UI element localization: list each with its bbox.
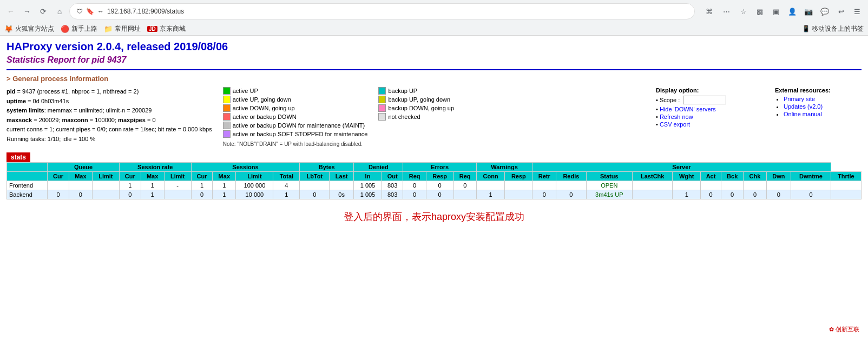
fe-queue-cur	[48, 181, 69, 190]
security-icon: 🛡	[76, 8, 83, 15]
hide-down-anchor[interactable]: Hide 'DOWN' servers	[660, 106, 716, 112]
be-lastchk	[633, 190, 673, 199]
updates-anchor[interactable]: Updates (v2.0)	[784, 103, 823, 110]
be-last: 0s	[330, 190, 354, 199]
fe-err-conn	[476, 181, 505, 190]
more-button[interactable]: ⋯	[720, 5, 733, 18]
bookmark-newuser-label: 新手上路	[71, 24, 97, 34]
fe-bytes-in: 1 005	[354, 181, 382, 190]
legend-soft-stopped: active or backup SOFT STOPPED for mainte…	[223, 130, 368, 138]
back-button[interactable]: ←	[4, 5, 17, 18]
fe-err-req: 0	[453, 181, 476, 190]
be-warn-redis: 0	[556, 190, 586, 199]
th-err-conn: Conn	[476, 172, 505, 181]
footer-annotation: 登入后的界面，表示haproxy安装配置成功	[6, 199, 862, 234]
csv-export-anchor[interactable]: CSV export	[660, 121, 690, 128]
th-last: Last	[330, 172, 354, 181]
th-bytes: Bytes	[300, 163, 354, 172]
fe-sess-max: 1	[213, 181, 236, 190]
undo-icon[interactable]: ↩	[834, 5, 847, 18]
legend-active-down-going-up: active DOWN, going up	[223, 104, 368, 112]
jd-icon: JD	[147, 26, 157, 32]
refresh-button[interactable]: ⟳	[37, 5, 50, 18]
fe-sessrate-cur: 1	[119, 181, 141, 190]
legend-note: Note: "NOLB"/"DRAIN" = UP with load-bala…	[223, 141, 368, 147]
legend-left: active UP active UP, going down active D…	[223, 87, 368, 147]
bookmark-firefox[interactable]: 🦊 火狐官方站点	[4, 24, 54, 34]
be-queue-cur: 0	[48, 190, 69, 199]
legend-active-backup-down-box	[223, 113, 231, 121]
fe-queue-limit	[92, 181, 119, 190]
screenshot-icon[interactable]: 📷	[802, 5, 815, 18]
fe-last	[330, 181, 354, 190]
be-sessrate-cur: 0	[119, 190, 141, 199]
forward-button[interactable]: →	[21, 5, 34, 18]
online-manual-link: Online manual	[784, 111, 862, 117]
browser-chrome: ← → ⟳ ⌂ 🛡 🔖 ↔ 192.168.7.182:9009/status …	[0, 0, 868, 36]
star-button[interactable]: ☆	[737, 5, 750, 18]
info-tasks: Running tasks: 1/10; idle = 100 %	[6, 135, 212, 144]
address-bar[interactable]: 🛡 🔖 ↔ 192.168.7.182:9009/status	[69, 3, 695, 19]
th-denied-resp: Resp	[426, 172, 453, 181]
be-warn-retr: 0	[532, 190, 556, 199]
th-sessions: Sessions	[191, 163, 300, 172]
fe-denied-req: 0	[403, 181, 426, 190]
be-thrtle	[831, 190, 861, 199]
legend-active-up-going-down: active UP, going down	[223, 96, 368, 103]
fe-chk	[744, 181, 766, 190]
th-queue-max: Max	[69, 172, 92, 181]
bookmark-jd-label: 京东商城	[160, 24, 186, 34]
fe-sess-total: 4	[273, 181, 300, 190]
grid-icon[interactable]: ⌘	[702, 5, 715, 18]
mobile-bookmarks: 📱 移动设备上的书签	[802, 24, 864, 34]
bookmark-common[interactable]: 📁 常用网址	[104, 24, 141, 34]
menu-button[interactable]: ☰	[851, 5, 864, 18]
tab-icon[interactable]: ▣	[770, 5, 782, 18]
legend-backup-up-going-down: backup UP, going down	[378, 96, 454, 103]
primary-site-link: Primary site	[784, 96, 862, 102]
bookmarks-bar: 🦊 火狐官方站点 🔴 新手上路 📁 常用网址 JD 京东商城 📱 移动设备上的书…	[0, 23, 868, 36]
legend-area: active UP active UP, going down active D…	[223, 87, 645, 147]
external-resources: External resources: Primary site Updates…	[775, 87, 862, 147]
table-header-row-1: Queue Session rate Sessions Bytes Denied…	[7, 163, 862, 172]
bookmark-common-label: 常用网址	[115, 24, 141, 34]
home-button[interactable]: ⌂	[53, 5, 66, 18]
bookmark-newuser[interactable]: 🔴 新手上路	[61, 24, 97, 34]
refresh-now-link: Refresh now	[656, 114, 764, 120]
page-content: HAProxy version 2.0.4, released 2019/08/…	[0, 36, 868, 238]
firefox-icon: 🦊	[4, 25, 13, 33]
scope-input[interactable]	[683, 96, 726, 104]
chat-icon[interactable]: 💬	[818, 5, 831, 18]
page-title: HAProxy version 2.0.4, released 2019/08/…	[6, 41, 862, 53]
be-sess-cur: 0	[191, 190, 213, 199]
info-pid: pid = 9437 (process #1, nbproc = 1, nbth…	[6, 87, 212, 97]
th-errors: Errors	[403, 163, 476, 172]
legend-active-down-going-up-box	[223, 104, 231, 112]
backend-label: Backend	[7, 190, 48, 199]
profile-icon[interactable]: 👤	[786, 5, 799, 18]
fe-bck	[721, 181, 743, 190]
legend-right: backup UP backup UP, going down backup D…	[378, 87, 454, 147]
be-sess-limit: 10 000	[236, 190, 273, 199]
lock-icon: ↔	[97, 8, 104, 15]
external-resources-list: Primary site Updates (v2.0) Online manua…	[775, 96, 862, 117]
legend-backup-down-going-up: backup DOWN, going up	[378, 104, 454, 112]
be-err-resp	[505, 190, 532, 199]
th-sess-limit: Limit	[236, 172, 273, 181]
library-icon[interactable]: ▩	[753, 5, 766, 18]
table-header-row-2: Cur Max Limit Cur Max Limit Cur Max Limi…	[7, 172, 862, 181]
th-dwn: Dwn	[766, 172, 791, 181]
th-name	[7, 172, 48, 181]
bookmark-jd[interactable]: JD 京东商城	[147, 24, 186, 34]
fe-bytes-out: 803	[382, 181, 403, 190]
refresh-now-anchor[interactable]: Refresh now	[660, 114, 693, 120]
th-thrtle: Thrtle	[831, 172, 861, 181]
display-options: Display option: • Scope : Hide 'DOWN' se…	[656, 87, 764, 147]
legend-down-maintenance: active or backup DOWN for maintenance (M…	[223, 122, 368, 129]
section-divider	[6, 69, 862, 70]
online-manual-anchor[interactable]: Online manual	[784, 111, 822, 117]
be-dwn: 0	[766, 190, 791, 199]
browser-toolbar: ← → ⟳ ⌂ 🛡 🔖 ↔ 192.168.7.182:9009/status …	[0, 0, 868, 23]
primary-site-anchor[interactable]: Primary site	[784, 96, 815, 102]
be-bck: 0	[721, 190, 743, 199]
